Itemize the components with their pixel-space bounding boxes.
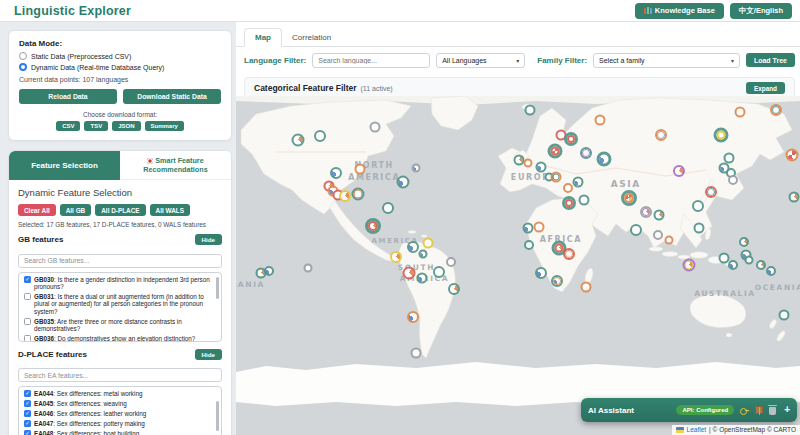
checkbox-icon[interactable]: ✓ (24, 390, 31, 397)
language-marker[interactable] (410, 347, 421, 358)
language-marker[interactable] (596, 152, 611, 167)
language-marker[interactable] (448, 283, 460, 295)
expand-button[interactable]: Expand (746, 82, 785, 94)
language-marker[interactable] (745, 256, 754, 265)
tab-correlation[interactable]: Correlation (282, 29, 341, 46)
reload-data-button[interactable]: Reload Data (19, 89, 117, 104)
language-marker[interactable] (728, 175, 738, 185)
ai-assistant-panel[interactable]: AI Assistant API: Configured + (581, 398, 797, 422)
feature-item[interactable]: ✓GB030: Is there a gender distinction in… (24, 276, 213, 291)
language-marker[interactable] (655, 129, 667, 141)
knowledge-base-button[interactable]: Knowledge Base (635, 3, 724, 19)
language-marker[interactable] (551, 275, 563, 287)
language-select[interactable]: All Languages▾ (436, 53, 525, 68)
clear-all-button[interactable]: Clear All (18, 204, 56, 216)
tab-map[interactable]: Map (244, 28, 282, 47)
language-marker[interactable] (351, 187, 364, 200)
checkbox-icon[interactable]: ✓ (24, 420, 31, 427)
language-marker[interactable] (640, 206, 652, 218)
package-icon[interactable] (755, 406, 763, 414)
language-marker[interactable] (403, 266, 416, 279)
data-mode-option[interactable]: Dynamic Data (Real-time Database Query) (19, 63, 221, 71)
language-marker[interactable] (779, 309, 790, 320)
gb-search-input[interactable] (18, 254, 222, 268)
language-search-input[interactable] (312, 53, 430, 68)
language-marker[interactable] (653, 230, 663, 240)
gb-hide-button[interactable]: Hide (195, 234, 222, 245)
radio-icon[interactable] (19, 63, 27, 71)
feature-item[interactable]: GB031: Is there a dual or unit augmented… (24, 293, 213, 315)
language-marker[interactable] (682, 259, 695, 272)
all-d-place-button[interactable]: All D-PLACE (95, 204, 145, 216)
gb-feature-list[interactable]: ✓GB030: Is there a gender distinction in… (18, 272, 222, 342)
language-marker[interactable] (533, 221, 544, 232)
tab-smart-recommendations[interactable]: Smart Feature Recommendations (120, 151, 231, 180)
checkbox-icon[interactable]: ✓ (24, 410, 31, 417)
checkbox-icon[interactable]: ✓ (24, 430, 31, 435)
language-marker[interactable] (563, 183, 573, 193)
feature-item[interactable]: ✓EA048: Sex differences: boat building (24, 430, 213, 435)
language-marker[interactable] (523, 222, 534, 233)
language-marker[interactable] (594, 115, 605, 126)
language-marker[interactable] (735, 106, 746, 117)
language-marker[interactable] (314, 130, 326, 142)
language-marker[interactable] (422, 238, 433, 249)
tab-feature-selection[interactable]: Feature Selection (9, 151, 120, 180)
language-marker[interactable] (369, 121, 380, 132)
language-marker[interactable] (654, 209, 665, 220)
data-mode-option[interactable]: Static Data (Preprocessed CSV) (19, 52, 221, 60)
language-marker[interactable] (339, 190, 351, 202)
family-select[interactable]: Select a family▾ (593, 53, 740, 68)
format-button-tsv[interactable]: TSV (84, 121, 108, 131)
language-marker[interactable] (705, 186, 717, 198)
expand-ai-button[interactable]: + (784, 405, 790, 415)
language-marker[interactable] (728, 260, 738, 270)
feature-item[interactable]: GB036: Do demonstratives show an elevati… (24, 335, 213, 341)
feature-item[interactable]: ✓EA045: Sex differences: weaving (24, 400, 213, 407)
language-marker[interactable] (419, 249, 428, 258)
language-marker[interactable] (330, 167, 342, 179)
language-marker[interactable] (788, 192, 799, 203)
language-marker[interactable] (417, 273, 428, 284)
language-marker[interactable] (382, 202, 394, 214)
language-marker[interactable] (407, 311, 419, 323)
load-tree-button[interactable]: Load Tree (746, 53, 795, 67)
feature-item[interactable]: GB035: Are there three or more distance … (24, 318, 213, 333)
download-static-data-button[interactable]: Download Static Data (123, 89, 221, 104)
checkbox-icon[interactable]: ✓ (24, 276, 31, 283)
language-marker[interactable] (581, 281, 592, 292)
language-marker[interactable] (580, 147, 592, 159)
leaflet-link[interactable]: Leaflet (687, 426, 707, 433)
language-marker[interactable] (630, 224, 642, 236)
language-marker[interactable] (355, 163, 366, 174)
language-marker[interactable] (739, 237, 749, 247)
language-marker[interactable] (692, 200, 704, 212)
language-marker[interactable] (390, 251, 402, 263)
language-marker[interactable] (304, 263, 313, 272)
language-marker[interactable] (562, 196, 576, 210)
language-marker[interactable] (524, 240, 534, 250)
checkbox-icon[interactable] (24, 318, 31, 325)
language-marker[interactable] (578, 195, 589, 206)
language-marker[interactable] (524, 104, 535, 115)
language-marker[interactable] (714, 127, 729, 142)
language-marker[interactable] (524, 159, 533, 168)
language-marker[interactable] (665, 236, 674, 245)
format-button-csv[interactable]: CSV (56, 121, 80, 131)
language-marker[interactable] (564, 132, 578, 146)
language-marker[interactable] (536, 161, 547, 172)
trash-icon[interactable] (769, 407, 776, 415)
language-marker[interactable] (785, 148, 798, 161)
gb-list-scrollbar[interactable] (216, 277, 219, 299)
dplace-list-scrollbar[interactable] (216, 401, 219, 431)
language-marker[interactable] (396, 176, 409, 189)
language-marker[interactable] (365, 218, 381, 234)
format-button-json[interactable]: JSON (112, 121, 140, 131)
key-icon[interactable] (740, 406, 749, 415)
language-marker[interactable] (694, 222, 705, 233)
language-marker[interactable] (535, 267, 547, 279)
language-marker[interactable] (756, 260, 766, 270)
language-marker[interactable] (621, 190, 637, 206)
all-gb-button[interactable]: All GB (60, 204, 92, 216)
language-marker[interactable] (563, 248, 575, 260)
